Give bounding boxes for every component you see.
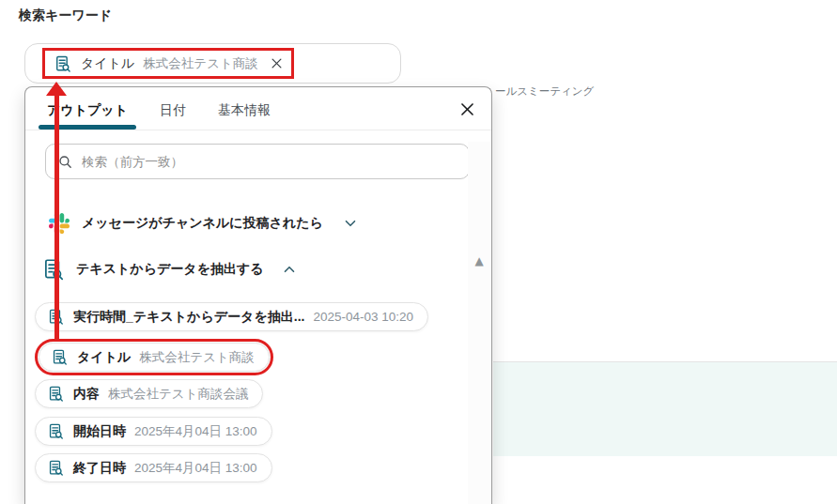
annotation-arrow-head-icon [46,82,67,96]
extract-group-row[interactable]: テキストからデータを抽出する [41,257,298,282]
chip-label: タイトル [81,55,134,72]
output-item-content[interactable]: 内容 株式会社テスト商談会議 [35,379,263,408]
chip-remove-icon[interactable] [270,56,284,70]
extract-data-icon [47,422,65,440]
tabs-divider [25,130,491,130]
extract-data-icon [47,459,65,477]
annotation-arrow-line [54,94,59,341]
extract-data-icon [51,348,69,366]
output-item-execution-time[interactable]: 実行時間_テキストからデータを抽出... 2025-04-03 10:20 [35,302,428,331]
pill-value: 株式会社テスト商談 [139,349,254,366]
search-icon [57,154,73,170]
output-item-end-datetime[interactable]: 終了日時 2025年4月04日 13:00 [35,453,272,482]
close-icon [458,100,476,118]
pill-value: 2025-04-03 10:20 [313,310,413,324]
trigger-row-label: メッセージがチャンネルに投稿されたら [82,215,323,232]
screen: ールスミーティング 検索キーワード タイトル 株式会社テスト商談 [0,0,837,504]
search-keyword-label: 検索キーワード [19,8,112,24]
panel-search-box[interactable] [45,144,470,179]
trigger-group-row[interactable]: メッセージがチャンネルに投稿されたら [49,213,359,234]
search-keyword-field[interactable]: タイトル 株式会社テスト商談 [24,43,401,84]
output-picker-panel: アウトプット 日付 基本情報 [24,86,492,504]
panel-search-input[interactable] [82,155,457,169]
panel-tabs: アウトプット 日付 基本情報 [25,87,491,130]
pill-label: 開始日時 [73,423,126,440]
extract-data-icon [47,385,65,403]
extract-data-icon [54,54,72,73]
extract-data-icon [41,257,66,282]
pill-value: 株式会社テスト商談会議 [108,386,248,403]
background-highlight-band [493,361,837,456]
pill-value: 2025年4月04日 13:00 [134,423,257,440]
scroll-up-icon[interactable]: ▲ [472,254,487,267]
chevron-up-icon [281,261,298,278]
pill-label: タイトル [77,349,131,366]
scrollbar-track[interactable]: ▲ [468,142,490,504]
slack-icon [49,213,70,234]
pill-label: 終了日時 [73,460,126,477]
extract-row-label: テキストからデータを抽出する [76,261,264,278]
background-partial-text: ールスミーティング [495,84,594,99]
output-item-start-datetime[interactable]: 開始日時 2025年4月04日 13:00 [35,417,272,446]
pill-label: 実行時間_テキストからデータを抽出... [73,309,304,326]
chip-value: 株式会社テスト商談 [143,55,257,72]
pill-value: 2025年4月04日 13:00 [134,460,257,477]
panel-close-button[interactable] [455,97,479,121]
pill-label: 内容 [73,386,100,403]
keyword-chip[interactable]: タイトル 株式会社テスト商談 [45,51,291,76]
chevron-down-icon [342,215,359,232]
output-item-title[interactable]: タイトル 株式会社テスト商談 [39,343,270,372]
tab-date[interactable]: 日付 [160,102,186,130]
tab-basic-info[interactable]: 基本情報 [218,102,271,130]
